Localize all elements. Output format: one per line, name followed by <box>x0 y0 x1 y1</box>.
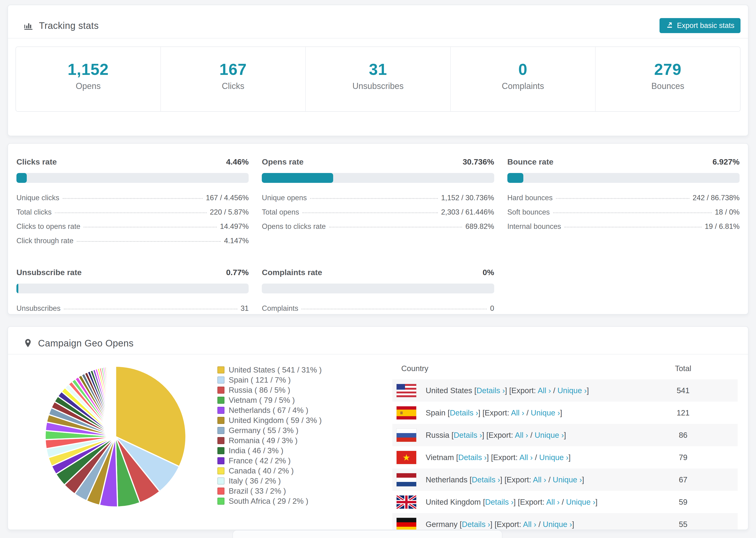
export-unique-link-us[interactable]: Unique › <box>557 386 587 395</box>
geo-table-rows: United States [Details ›] [Export: All ›… <box>392 379 738 530</box>
rates-grid: Clicks rate4.46%Unique clicks167 / 4.456… <box>8 144 748 314</box>
stat-label: Complaints <box>502 81 544 91</box>
cell-country: Germany [Details ›] [Export: All › / Uni… <box>392 518 628 530</box>
stat-value: 0 <box>518 60 527 79</box>
legend-swatch <box>217 437 225 444</box>
cell-total: 121 <box>628 408 738 417</box>
rate-row-value: 2,303 / 61.446% <box>441 208 494 216</box>
legend-item[interactable]: Italy ( 36 / 2% ) <box>217 476 379 486</box>
export-all-link-ru[interactable]: All › <box>515 431 528 439</box>
details-link-gb[interactable]: Details › <box>485 498 513 506</box>
export-unique-link-gb[interactable]: Unique › <box>566 498 595 506</box>
cell-total: 59 <box>628 498 738 507</box>
country-cell-text: Netherlands [Details ›] [Export: All › /… <box>426 475 584 484</box>
rate-value: 6.927% <box>713 157 739 166</box>
country-cell-text: Germany [Details ›] [Export: All › / Uni… <box>426 520 574 529</box>
legend-item[interactable]: Spain ( 121 / 7% ) <box>217 375 379 385</box>
export-all-link-de[interactable]: All › <box>523 520 536 529</box>
details-link-ru[interactable]: Details › <box>454 431 482 439</box>
table-row-nl: Netherlands [Details ›] [Export: All › /… <box>392 468 738 491</box>
legend-swatch <box>217 467 225 474</box>
legend-item[interactable]: United Kingdom ( 59 / 3% ) <box>217 415 379 425</box>
rate-rows: Unique opens1,152 / 30.736%Total opens2,… <box>262 194 494 231</box>
export-unique-link-nl[interactable]: Unique › <box>553 475 582 484</box>
stat-label: Clicks <box>222 81 244 91</box>
legend-item[interactable]: Brazil ( 33 / 2% ) <box>217 486 379 496</box>
export-all-link-nl[interactable]: All › <box>533 475 546 484</box>
legend-item[interactable]: United States ( 541 / 31% ) <box>217 365 379 375</box>
stat-label: Bounces <box>651 81 684 91</box>
export-unique-link-vn[interactable]: Unique › <box>539 453 568 462</box>
legend-label: Romania ( 49 / 3% ) <box>229 436 297 445</box>
table-row-ru: Russia [Details ›] [Export: All › / Uniq… <box>392 424 738 446</box>
rate-panel-head: Bounce rate6.927% <box>507 157 739 166</box>
dotted-leader <box>565 227 702 228</box>
legend-swatch <box>217 488 225 495</box>
rate-row-label: Total clicks <box>17 208 52 216</box>
geo-header: Campaign Geo Opens <box>8 327 748 354</box>
export-all-link-us[interactable]: All › <box>538 386 551 395</box>
export-unique-link-es[interactable]: Unique › <box>531 408 560 417</box>
legend-swatch <box>217 407 225 414</box>
rate-panel-head: Unsubscribe rate0.77% <box>17 268 249 277</box>
geo-body: United States ( 541 / 31% )Spain ( 121 /… <box>8 354 748 530</box>
rate-row-label: Unique opens <box>262 194 307 202</box>
rate-row-value: 19 / 6.81% <box>705 222 739 231</box>
details-link-de[interactable]: Details › <box>462 520 490 529</box>
legend-label: India ( 46 / 3% ) <box>229 446 283 455</box>
legend-swatch <box>217 366 225 373</box>
legend-item[interactable]: Netherlands ( 67 / 4% ) <box>217 405 379 415</box>
legend-swatch <box>217 498 225 505</box>
rate-panel-clicks: Clicks rate4.46%Unique clicks167 / 4.456… <box>17 157 249 251</box>
legend-label: United Kingdom ( 59 / 3% ) <box>229 416 322 425</box>
bottom-scrollbar[interactable] <box>233 530 503 538</box>
dotted-leader <box>556 198 689 199</box>
export-unique-link-ru[interactable]: Unique › <box>535 431 564 439</box>
rate-row-label: Unsubscribes <box>17 304 61 313</box>
legend-swatch <box>217 417 225 424</box>
legend-item[interactable]: Germany ( 55 / 3% ) <box>217 425 379 435</box>
rate-progress-fill <box>17 284 18 294</box>
stat-box-unsubscribes: 31Unsubscribes <box>306 47 451 111</box>
export-basic-stats-button[interactable]: Export basic stats <box>660 18 740 33</box>
geo-title: Campaign Geo Opens <box>23 338 134 349</box>
legend-item[interactable]: South Africa ( 29 / 2% ) <box>217 496 379 506</box>
bar-chart-icon <box>23 20 34 31</box>
details-link-us[interactable]: Details › <box>476 386 505 395</box>
legend-swatch <box>217 457 225 464</box>
export-all-link-gb[interactable]: All › <box>546 498 560 506</box>
country-cell-text: United States [Details ›] [Export: All ›… <box>426 386 589 395</box>
table-row-gb: United Kingdom [Details ›] [Export: All … <box>392 491 738 513</box>
cell-total: 55 <box>628 520 738 529</box>
rate-row-value: 167 / 4.456% <box>206 194 249 202</box>
legend-swatch <box>217 397 225 404</box>
rate-row-label: Opens to clicks rate <box>262 222 326 231</box>
export-all-link-vn[interactable]: All › <box>519 453 533 462</box>
details-link-nl[interactable]: Details › <box>472 475 500 484</box>
legend-item[interactable]: Vietnam ( 79 / 5% ) <box>217 395 379 405</box>
rate-row-value: 31 <box>241 304 249 313</box>
legend-item[interactable]: Canada ( 40 / 2% ) <box>217 466 379 476</box>
tracking-stats-header: Tracking stats Export basic stats <box>8 5 748 38</box>
legend-item[interactable]: India ( 46 / 3% ) <box>217 446 379 456</box>
stat-box-opens: 1,152Opens <box>16 47 161 111</box>
rate-rows: Complaints0 <box>262 304 494 313</box>
rate-row-label: Hard bounces <box>507 194 553 202</box>
export-unique-link-de[interactable]: Unique › <box>543 520 572 529</box>
stat-value: 31 <box>369 60 387 79</box>
rate-title: Clicks rate <box>17 157 57 166</box>
legend-label: Canada ( 40 / 2% ) <box>229 466 294 475</box>
rate-row-value: 14.497% <box>220 222 249 231</box>
details-link-es[interactable]: Details › <box>450 408 478 417</box>
page-title: Tracking stats <box>39 21 99 31</box>
export-all-link-es[interactable]: All › <box>511 408 524 417</box>
rate-value: 0% <box>483 268 494 277</box>
section-title: Campaign Geo Opens <box>38 338 134 349</box>
legend-item[interactable]: France ( 42 / 2% ) <box>217 456 379 466</box>
rate-row-value: 1,152 / 30.736% <box>441 194 494 202</box>
legend-item[interactable]: Romania ( 49 / 3% ) <box>217 435 379 446</box>
legend-item[interactable]: Russia ( 86 / 5% ) <box>217 385 379 395</box>
details-link-vn[interactable]: Details › <box>458 453 487 462</box>
legend-label: Italy ( 36 / 2% ) <box>229 476 281 485</box>
rate-row-value: 0 <box>490 304 494 313</box>
